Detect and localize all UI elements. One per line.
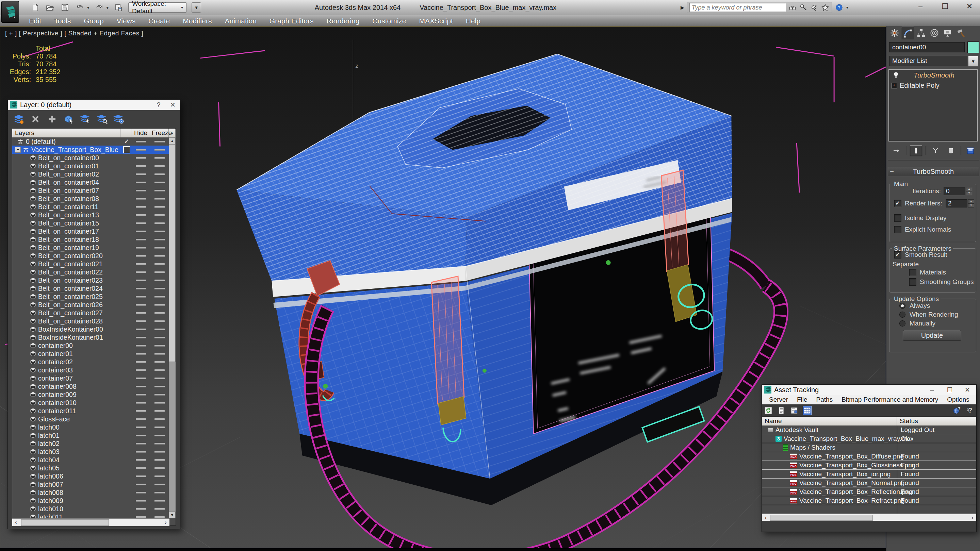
freeze-toggle[interactable]	[150, 443, 169, 445]
dialog-close-button[interactable]: ✕	[166, 101, 180, 109]
menu-item[interactable]: Tools	[48, 15, 77, 27]
layer-object-row[interactable]: BoxInsideKontainer01	[12, 333, 169, 341]
dialog-close-button[interactable]: ✕	[959, 386, 976, 394]
menu-item[interactable]: Edit	[22, 15, 48, 27]
menu-item[interactable]: Modifiers	[176, 15, 218, 27]
hide-toggle[interactable]	[132, 149, 150, 151]
layer-object-row[interactable]: Belt_on_container15	[12, 219, 169, 227]
hide-toggle[interactable]	[132, 239, 150, 240]
freeze-toggle[interactable]	[150, 279, 169, 281]
layer-object-row[interactable]: latch009	[12, 497, 169, 505]
web-help-icon[interactable]: ?	[953, 406, 961, 415]
object-name-field[interactable]: container00	[889, 42, 965, 52]
asset-menu-item[interactable]: File	[792, 396, 812, 403]
layer-object-row[interactable]: container00	[12, 341, 169, 349]
layer-object-row[interactable]: BoxInsideKontainer00	[12, 325, 169, 333]
when-rendering-radio[interactable]	[899, 311, 905, 318]
asset-row[interactable]: Vaccine_Transport_Box_Refract.png Found	[762, 496, 976, 505]
layer-object-row[interactable]: Belt_on_container026	[12, 301, 169, 309]
freeze-toggle[interactable]	[150, 173, 169, 175]
column-name[interactable]: Name	[762, 417, 897, 426]
layer-dialog-titlebar[interactable]: Layer: 0 (default) ? ✕	[8, 100, 180, 110]
hide-toggle[interactable]	[132, 516, 150, 518]
update-button[interactable]: Update	[903, 330, 961, 341]
column-current[interactable]	[121, 129, 131, 137]
dialog-help-button[interactable]: ?	[151, 101, 166, 109]
menu-item[interactable]: Views	[110, 15, 142, 27]
layer-object-row[interactable]: GlossFace	[12, 415, 169, 423]
hide-toggle[interactable]	[132, 157, 150, 159]
scroll-down-arrow[interactable]: ▼	[169, 511, 176, 518]
freeze-toggle[interactable]	[150, 394, 169, 395]
freeze-toggle[interactable]	[150, 149, 169, 151]
layer-object-row[interactable]: Belt_on_container024	[12, 284, 169, 292]
smoothing-groups-checkbox[interactable]	[909, 278, 916, 286]
freeze-toggle[interactable]	[150, 222, 169, 224]
tab-create[interactable]	[888, 27, 901, 40]
freeze-toggle[interactable]	[150, 198, 169, 200]
asset-menu-item[interactable]: Paths	[812, 396, 837, 403]
freeze-toggle[interactable]	[150, 386, 169, 387]
freeze-toggle[interactable]	[150, 329, 169, 330]
hide-toggle[interactable]	[132, 459, 150, 461]
hide-toggle[interactable]	[132, 304, 150, 306]
freeze-toggle[interactable]	[150, 272, 169, 273]
hide-toggle[interactable]	[132, 386, 150, 387]
object-color-swatch[interactable]	[967, 41, 979, 53]
hide-toggle[interactable]	[132, 467, 150, 469]
hide-toggle[interactable]	[132, 402, 150, 404]
render-iters-checkbox[interactable]: ✓	[894, 200, 901, 207]
layer-object-row[interactable]: latch008	[12, 488, 169, 497]
freeze-toggle[interactable]	[150, 157, 169, 159]
dialog-minimize-button[interactable]: –	[923, 386, 941, 394]
render-iters-spinner[interactable]: ▲▼	[968, 199, 974, 208]
hide-toggle[interactable]	[132, 312, 150, 314]
app-menu-button[interactable]	[2, 1, 19, 23]
hide-toggle[interactable]	[132, 182, 150, 183]
asset-menu-item[interactable]: Bitmap Performance and Memory	[837, 396, 943, 403]
freeze-toggle[interactable]	[150, 190, 169, 192]
freeze-toggle[interactable]	[150, 247, 169, 249]
freeze-toggle[interactable]	[150, 141, 169, 143]
tab-modify[interactable]	[901, 27, 914, 40]
layer-object-row[interactable]: latch01	[12, 431, 169, 440]
hide-toggle[interactable]	[132, 141, 150, 143]
current-layer-check[interactable]: ✓	[121, 138, 132, 145]
report-view-icon[interactable]	[777, 406, 786, 415]
workspace-menu-button[interactable]: ▼	[192, 2, 201, 13]
scroll-right-arrow[interactable]: ›	[969, 514, 976, 521]
layer-object-row[interactable]: Belt_on_container01	[12, 162, 169, 170]
layer-object-row[interactable]: Belt_on_container08	[12, 195, 169, 203]
layer-object-row[interactable]: latch011	[12, 513, 169, 518]
minimize-button[interactable]: –	[915, 2, 926, 11]
asset-row[interactable]: Maps / Shaders	[762, 443, 976, 452]
add-to-layer-icon[interactable]	[47, 114, 57, 124]
freeze-toggle[interactable]	[150, 369, 169, 371]
scroll-right-arrow[interactable]: ›	[162, 519, 169, 526]
iterations-field[interactable]: 0	[943, 187, 966, 195]
freeze-toggle[interactable]	[150, 451, 169, 453]
hide-toggle[interactable]	[132, 255, 150, 257]
freeze-toggle[interactable]	[150, 516, 169, 518]
new-file-icon[interactable]	[30, 3, 40, 12]
layer-row-root[interactable]: 0 (default) ✓	[12, 137, 169, 146]
asset-horizontal-scrollbar[interactable]: ‹ ›	[762, 514, 976, 521]
close-button[interactable]: ✕	[964, 2, 975, 11]
make-unique-icon[interactable]	[929, 145, 942, 156]
open-file-icon[interactable]	[45, 3, 55, 12]
scroll-left-arrow[interactable]: ‹	[762, 514, 769, 521]
undo-dropdown-icon[interactable]: ▾	[87, 5, 89, 10]
layer-object-row[interactable]: Belt_on_container020	[12, 252, 169, 260]
viewport-label[interactable]: [ + ] [ Perspective ] [ Shaded + Edged F…	[5, 30, 143, 37]
hide-toggle[interactable]	[132, 410, 150, 412]
layer-object-row[interactable]: Belt_on_container04	[12, 178, 169, 186]
layer-object-row[interactable]: container03	[12, 366, 169, 374]
hide-toggle[interactable]	[132, 247, 150, 249]
hide-toggle[interactable]	[132, 337, 150, 338]
remove-modifier-icon[interactable]	[945, 145, 957, 156]
save-icon[interactable]	[60, 3, 70, 12]
layer-object-row[interactable]: latch04	[12, 456, 169, 464]
freeze-toggle[interactable]	[150, 182, 169, 183]
freeze-toggle[interactable]	[150, 312, 169, 314]
hide-toggle[interactable]	[132, 173, 150, 175]
